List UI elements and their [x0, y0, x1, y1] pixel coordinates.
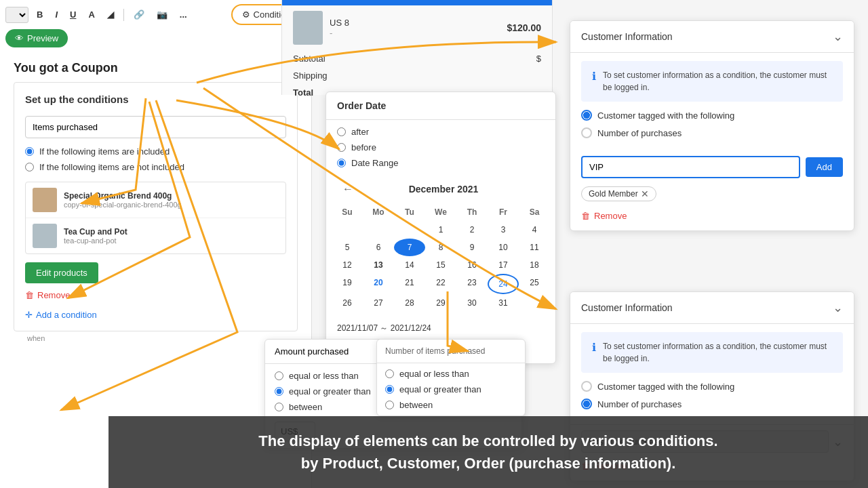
info-box-bottom: ℹ To set customer information as a condi…: [581, 332, 843, 373]
cal-day-10[interactable]: 10: [488, 239, 519, 256]
underline-button[interactable]: U: [66, 7, 80, 22]
order-date-title: Order Date: [326, 92, 555, 120]
link-button[interactable]: 🔗: [130, 7, 149, 22]
product-thumb-1: [33, 188, 57, 212]
italic-button[interactable]: I: [51, 7, 62, 22]
cal-day-17[interactable]: 17: [488, 256, 519, 274]
cal-day-29[interactable]: 29: [425, 294, 456, 312]
cal-day-14[interactable]: 14: [394, 256, 425, 274]
color-button[interactable]: A: [84, 7, 98, 22]
cal-day-25[interactable]: 25: [519, 274, 550, 294]
cal-day-21[interactable]: 21: [394, 274, 425, 294]
purchases-radio-top[interactable]: Number of purchases: [581, 127, 843, 138]
num-items-options: equal or less than equal or greater than…: [377, 363, 525, 415]
cal-day-30[interactable]: 30: [456, 294, 488, 312]
cal-day-8[interactable]: 8: [425, 239, 456, 256]
purchases-label-bottom: Number of purchases: [597, 399, 682, 409]
cal-day-5[interactable]: 5: [332, 239, 363, 256]
cal-day-2[interactable]: 2: [456, 221, 488, 239]
remove-label: Remove: [37, 290, 70, 300]
product-item-1: Special Organic Brend 400g copy-of-speci…: [26, 182, 285, 218]
purchases-radio-circle-top: [581, 127, 592, 138]
date-range-radio[interactable]: Date Range: [337, 158, 545, 168]
num-greater-radio[interactable]: equal or greater than: [385, 384, 517, 394]
product-list: Special Organic Brend 400g copy-of-speci…: [25, 182, 286, 254]
num-less-radio[interactable]: equal or less than: [385, 369, 517, 379]
product-size: US 8: [330, 18, 500, 28]
cal-row-3: 12 13 14 15 16 17 18: [332, 256, 550, 274]
cal-day-23[interactable]: 23: [456, 274, 488, 294]
cal-day-13[interactable]: 13: [363, 256, 394, 274]
image-button[interactable]: 📷: [153, 7, 172, 22]
num-items-panel: Number of items purchased equal or less …: [376, 339, 526, 416]
edit-products-button[interactable]: Edit products: [25, 262, 98, 283]
cal-day-28[interactable]: 28: [394, 294, 425, 312]
cal-row-1: 1 2 3 4: [332, 221, 550, 239]
remove-label-top: Remove: [594, 211, 627, 221]
customer-info-title-top: Customer Information: [581, 31, 833, 42]
shipping-row: Shipping: [282, 67, 552, 84]
purchases-label-top: Number of purchases: [597, 128, 682, 138]
cal-day-19[interactable]: 19: [332, 274, 363, 294]
before-radio[interactable]: before: [337, 142, 545, 152]
after-radio[interactable]: after: [337, 127, 545, 137]
cal-prev-arrow[interactable]: ←: [337, 180, 359, 198]
cal-day-31[interactable]: 31: [488, 294, 519, 312]
product-price: $120.00: [507, 22, 541, 33]
customer-info-panel-top: Customer Information ⌄ ℹ To set customer…: [570, 20, 854, 231]
plus-icon: ✛: [25, 310, 33, 320]
items-purchased-select[interactable]: Items purchased: [25, 116, 286, 138]
num-between-radio[interactable]: between: [385, 400, 517, 410]
cal-day-1[interactable]: 1: [425, 221, 456, 239]
cal-day-11[interactable]: 11: [519, 239, 550, 256]
product-name-1: Special Organic Brend 400g: [64, 191, 279, 201]
subtotal-value: $: [536, 54, 541, 64]
cal-fr: Fr: [488, 203, 519, 221]
purchases-radio-bottom[interactable]: Number of purchases: [581, 399, 843, 409]
tagged-radio-circle-bottom: [581, 381, 592, 392]
more-button[interactable]: ...: [176, 7, 191, 22]
cal-day-18[interactable]: 18: [519, 256, 550, 274]
subtotal-row: Subtotal $: [282, 50, 552, 67]
tag-input-row: Add: [570, 153, 854, 184]
product-dash: -: [330, 28, 500, 38]
subtotal-label: Subtotal: [293, 54, 326, 64]
cal-day-9[interactable]: 9: [456, 239, 488, 256]
cal-day-24[interactable]: 24: [488, 274, 519, 294]
cal-day-15[interactable]: 15: [425, 256, 456, 274]
cal-day-27[interactable]: 27: [363, 294, 394, 312]
gear-icon: ⚙: [242, 9, 250, 20]
cal-day-20[interactable]: 20: [363, 274, 394, 294]
cal-day-4[interactable]: 4: [519, 221, 550, 239]
bold-button[interactable]: B: [33, 7, 47, 22]
cal-tu: Tu: [394, 203, 425, 221]
tag-input[interactable]: [581, 156, 800, 178]
bottom-overlay: The display of elements can be controlle…: [108, 416, 868, 488]
highlight-button[interactable]: ◢: [103, 7, 118, 22]
cal-day-7[interactable]: 7: [394, 239, 425, 256]
remove-row-top[interactable]: 🗑 Remove: [570, 207, 854, 230]
cal-day-16[interactable]: 16: [456, 256, 488, 274]
trash-icon: 🗑: [25, 290, 34, 300]
cal-row-5: 26 27 28 29 30 31: [332, 294, 550, 312]
product-info-2: Tea Cup and Pot tea-cup-and-pot: [64, 227, 279, 245]
customer-info-header-bottom: Customer Information ⌄: [570, 292, 854, 324]
cal-day-12[interactable]: 12: [332, 256, 363, 274]
cal-day-6[interactable]: 6: [363, 239, 394, 256]
remove-condition-link[interactable]: 🗑 Remove: [25, 290, 286, 300]
add-tag-button[interactable]: Add: [806, 157, 843, 177]
items-not-included-radio[interactable]: If the following items are not included: [25, 162, 286, 172]
format-select[interactable]: [5, 7, 28, 23]
cal-day-22[interactable]: 22: [425, 274, 456, 294]
cal-day-3[interactable]: 3: [488, 221, 519, 239]
items-included-radio[interactable]: If the following items are included: [25, 146, 286, 157]
cal-day-26[interactable]: 26: [332, 294, 363, 312]
info-box-top: ℹ To set customer information as a condi…: [581, 61, 843, 102]
tag-remove-x[interactable]: ✕: [641, 189, 649, 199]
tagged-radio-circle-top: [581, 110, 592, 121]
preview-button[interactable]: 👁 Preview: [5, 29, 68, 47]
tagged-radio-bottom[interactable]: Customer tagged with the following: [581, 381, 843, 392]
add-condition-link[interactable]: ✛ Add a condition: [25, 310, 286, 320]
tagged-radio-top[interactable]: Customer tagged with the following: [581, 110, 843, 121]
shipping-label: Shipping: [293, 70, 328, 81]
